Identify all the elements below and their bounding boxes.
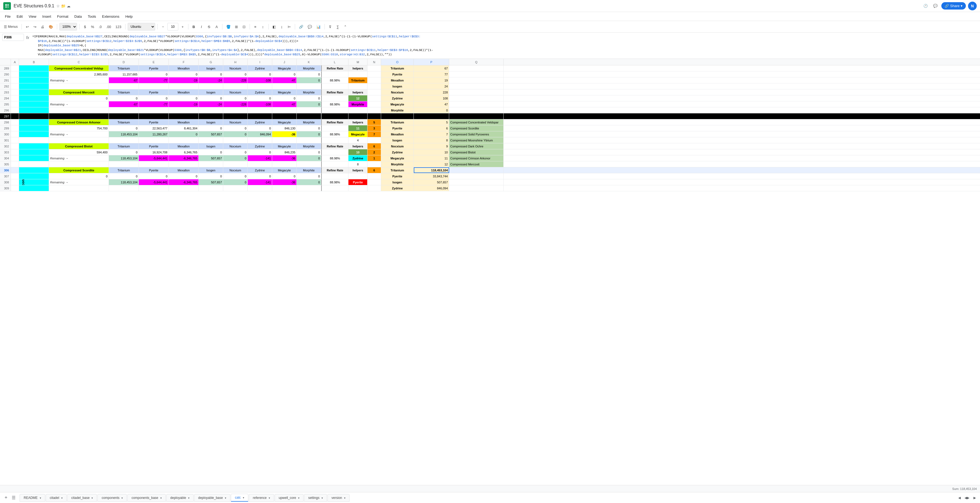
cell-p295[interactable]: 47	[414, 101, 449, 107]
cell-l299[interactable]	[321, 125, 348, 131]
tab-deployable-base[interactable]: deployable_base ▾	[194, 494, 230, 501]
cell-o289[interactable]: Tritanium	[381, 65, 414, 71]
cell-c296[interactable]	[49, 107, 109, 113]
cell-q309[interactable]	[449, 185, 504, 191]
tab-more-button[interactable]: ◀▶	[964, 495, 970, 501]
cell-f297[interactable]	[169, 113, 199, 119]
bold-button[interactable]: B	[191, 23, 197, 30]
tab-components[interactable]: components ▾	[97, 494, 127, 501]
cell-m301[interactable]: 4	[348, 137, 368, 143]
cell-g309[interactable]	[199, 185, 223, 191]
cell-e292[interactable]	[139, 83, 169, 89]
cell-f293[interactable]: Mexallon	[169, 89, 199, 95]
tab-version[interactable]: version ▾	[328, 494, 350, 501]
cell-g298[interactable]: Isogen	[199, 119, 223, 125]
cell-f294[interactable]: 0	[169, 95, 199, 101]
cell-d296[interactable]	[109, 107, 139, 113]
cell-d295[interactable]: -67	[109, 101, 139, 107]
menu-file[interactable]: File	[2, 13, 13, 20]
cell-m294[interactable]: 12	[348, 95, 368, 101]
decrease-decimal-button[interactable]: .0	[97, 23, 103, 30]
cell-f295[interactable]: -19	[169, 101, 199, 107]
menu-insert[interactable]: Insert	[40, 13, 54, 20]
cell-p304[interactable]: 11	[414, 155, 449, 161]
cell-q290[interactable]	[449, 71, 504, 77]
cell-q303[interactable]: Compressed Bistot	[449, 149, 504, 155]
cell-q305[interactable]: Compressed Mercoxit	[449, 161, 504, 167]
cell-a292[interactable]	[11, 83, 19, 89]
cell-h296[interactable]	[223, 107, 248, 113]
cell-g296[interactable]	[199, 107, 223, 113]
cell-k290[interactable]: 0	[297, 71, 321, 77]
cell-l289[interactable]: Refine Rate	[321, 65, 348, 71]
fill-color-button[interactable]: 🪣	[224, 23, 232, 30]
cell-e303[interactable]: 16,924,708	[139, 149, 169, 155]
sheet-menu-button[interactable]: ☰	[10, 494, 18, 501]
cell-a290[interactable]	[11, 71, 19, 77]
cell-i303[interactable]: 0	[248, 149, 272, 155]
cell-j304[interactable]: -36	[272, 155, 297, 161]
folder-icon[interactable]: 📁	[61, 4, 65, 8]
col-header-m[interactable]: M	[348, 59, 368, 65]
cell-a299[interactable]	[11, 125, 19, 131]
cell-q294[interactable]	[449, 95, 504, 101]
cell-j296[interactable]	[272, 107, 297, 113]
cell-q306[interactable]	[449, 167, 504, 173]
menu-format[interactable]: Format	[54, 13, 71, 20]
cell-j298[interactable]: Megacyte	[272, 119, 297, 125]
cell-c300[interactable]: Remaining →	[49, 131, 109, 137]
cell-h298[interactable]: Nocxium	[223, 119, 248, 125]
cell-p309[interactable]: 846,094	[414, 185, 449, 191]
cell-a300[interactable]	[11, 131, 19, 137]
document-title[interactable]: EVE Structures 0.9.1	[14, 3, 54, 8]
cell-l309[interactable]	[321, 185, 348, 191]
cell-g305[interactable]	[199, 161, 223, 167]
cell-a303[interactable]	[11, 149, 19, 155]
cell-b291[interactable]	[19, 77, 49, 83]
col-header-e[interactable]: E	[139, 59, 169, 65]
decrease-font-button[interactable]: −	[160, 23, 166, 30]
cell-m290[interactable]	[348, 71, 368, 77]
cell-n303[interactable]: 2	[368, 149, 381, 155]
cell-g295[interactable]: -24	[199, 101, 223, 107]
cell-q292[interactable]	[449, 83, 504, 89]
cell-n308[interactable]	[368, 179, 381, 185]
cell-f300[interactable]: 0	[169, 131, 199, 137]
cell-a291[interactable]	[11, 77, 19, 83]
format-number-button[interactable]: 123	[114, 23, 123, 30]
increase-font-button[interactable]: +	[180, 23, 186, 30]
cell-i298[interactable]: Zydrine	[248, 119, 272, 125]
cell-f292[interactable]	[169, 83, 199, 89]
cell-j290[interactable]: 0	[272, 71, 297, 77]
text-wrap-button[interactable]: ≡	[252, 23, 259, 30]
cell-e297[interactable]	[139, 113, 169, 119]
cell-n307[interactable]	[368, 173, 381, 179]
cell-e299[interactable]: 22,563,477	[139, 125, 169, 131]
cell-p294[interactable]: 108	[414, 95, 449, 101]
cell-i304[interactable]: -141	[248, 155, 272, 161]
cell-f306[interactable]: Mexallon	[169, 167, 199, 173]
cell-l304[interactable]: 88.98%	[321, 155, 348, 161]
cell-n309[interactable]	[368, 185, 381, 191]
col-header-k[interactable]: K	[297, 59, 321, 65]
cell-d301[interactable]	[109, 137, 139, 143]
undo-button[interactable]: ↩	[24, 23, 30, 30]
increase-decimal-button[interactable]: .00	[105, 23, 113, 30]
cell-g302[interactable]: Isogen	[199, 143, 223, 149]
cell-q302[interactable]: Compressed Dark Ochre	[449, 143, 504, 149]
cell-c298[interactable]: Compressed Crimson Arkonor	[49, 119, 109, 125]
cell-k303[interactable]: 0	[297, 149, 321, 155]
cell-m297[interactable]	[348, 113, 368, 119]
cell-l305[interactable]	[321, 161, 348, 167]
cell-j309[interactable]	[272, 185, 297, 191]
menu-view[interactable]: View	[26, 13, 39, 20]
cell-f296[interactable]	[169, 107, 199, 113]
cell-c291[interactable]: Remaining →	[49, 77, 109, 83]
paint-format-button[interactable]: 🎨	[47, 23, 55, 30]
cell-e308[interactable]: -5,644,441	[139, 179, 169, 185]
tab-settings[interactable]: settings ▾	[304, 494, 327, 501]
cell-c295[interactable]: Remaining →	[49, 101, 109, 107]
cell-e293[interactable]: Pyerite	[139, 89, 169, 95]
cell-o307[interactable]: Pyerite	[381, 173, 414, 179]
cell-d290[interactable]: 11,157,665	[109, 71, 139, 77]
